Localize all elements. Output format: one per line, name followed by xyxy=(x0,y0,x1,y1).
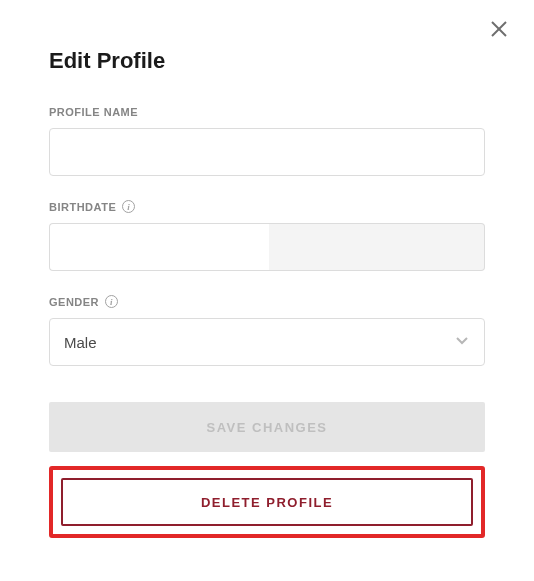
profile-name-label: PROFILE NAME xyxy=(49,106,485,118)
birthdate-row xyxy=(49,223,485,271)
birthdate-input[interactable] xyxy=(49,223,269,271)
save-changes-button[interactable]: SAVE CHANGES xyxy=(49,402,485,452)
birthdate-field: BIRTHDATE i xyxy=(49,200,485,271)
button-group: SAVE CHANGES DELETE PROFILE xyxy=(49,402,485,538)
birthdate-label: BIRTHDATE i xyxy=(49,200,485,213)
delete-profile-button[interactable]: DELETE PROFILE xyxy=(61,478,473,526)
gender-selected-value: Male xyxy=(64,334,97,351)
info-icon[interactable]: i xyxy=(105,295,118,308)
gender-select[interactable]: Male xyxy=(49,318,485,366)
gender-label: GENDER i xyxy=(49,295,485,308)
profile-name-label-text: PROFILE NAME xyxy=(49,106,138,118)
profile-name-field: PROFILE NAME xyxy=(49,106,485,176)
close-icon xyxy=(490,20,508,42)
gender-select-wrap: Male xyxy=(49,318,485,366)
gender-field: GENDER i Male xyxy=(49,295,485,366)
info-icon[interactable]: i xyxy=(122,200,135,213)
birthdate-label-text: BIRTHDATE xyxy=(49,201,116,213)
birthdate-disabled-area xyxy=(269,223,485,271)
gender-label-text: GENDER xyxy=(49,296,99,308)
page-title: Edit Profile xyxy=(49,48,165,74)
delete-highlight-box: DELETE PROFILE xyxy=(49,466,485,538)
edit-profile-form: PROFILE NAME BIRTHDATE i GENDER i Male xyxy=(49,106,485,390)
profile-name-input[interactable] xyxy=(49,128,485,176)
close-button[interactable] xyxy=(488,20,510,42)
